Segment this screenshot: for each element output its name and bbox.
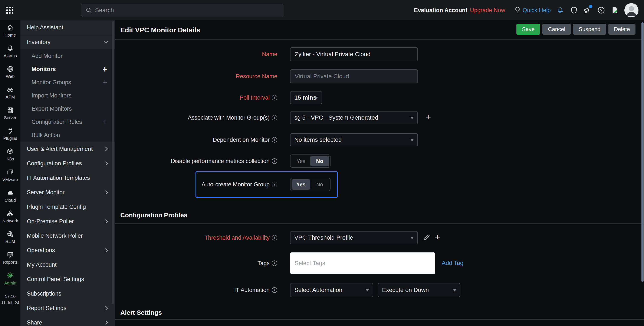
form-row-it-automation: IT Automation Select Automation Execute … bbox=[115, 283, 644, 297]
add-tag-link[interactable]: Add Tag bbox=[442, 260, 464, 266]
sidebar-item-my-account[interactable]: My Account bbox=[20, 258, 115, 272]
disable-metrics-label: Disable performance metrics collection bbox=[115, 154, 277, 168]
rail-clock: 17:10 11 Jul, 24 bbox=[0, 293, 20, 306]
sidebar-item-import-monitors[interactable]: Import Monitors bbox=[20, 89, 115, 102]
search-icon bbox=[86, 7, 92, 13]
toggle-no-option[interactable]: No bbox=[310, 179, 329, 190]
monitor-groups-select[interactable]: sg 5 - VPC - System Generated bbox=[290, 111, 418, 124]
announcements-megaphone-icon[interactable] bbox=[584, 6, 592, 14]
plus-icon[interactable]: + bbox=[102, 80, 107, 84]
chevron-right-icon bbox=[104, 190, 108, 195]
execute-on-dropdown[interactable]: Execute on Down bbox=[378, 283, 460, 297]
sidebar-item-monitor-groups[interactable]: Monitor Groups+ bbox=[20, 76, 115, 89]
resource-name-input[interactable] bbox=[290, 69, 418, 83]
reports-icon bbox=[6, 251, 14, 258]
toggle-no-option[interactable]: No bbox=[310, 156, 329, 166]
rail-item-cloud[interactable]: Cloud bbox=[0, 186, 20, 206]
rail-item-vmware[interactable]: VMware bbox=[0, 165, 20, 186]
threshold-select[interactable]: VPC Threshold Profile bbox=[290, 231, 418, 244]
plus-icon[interactable]: + bbox=[102, 120, 107, 124]
chevron-down-icon bbox=[104, 39, 108, 44]
toggle-yes-option[interactable]: Yes bbox=[292, 179, 310, 190]
disable-metrics-toggle[interactable]: Yes No bbox=[290, 154, 330, 168]
name-label: Name bbox=[115, 47, 277, 61]
rail-item-plugins[interactable]: Plugins bbox=[0, 124, 20, 144]
clock-date: 11 Jul, 24 bbox=[0, 300, 20, 306]
rail-item-home[interactable]: Home bbox=[0, 20, 20, 41]
rail-item-web[interactable]: Web bbox=[0, 62, 20, 82]
save-button[interactable]: Save bbox=[516, 24, 540, 35]
app-launcher-icon[interactable] bbox=[6, 6, 14, 14]
sidebar-item-server-monitor[interactable]: Server Monitor bbox=[20, 185, 115, 200]
lightbulb-icon bbox=[514, 6, 521, 14]
sidebar-item-export-monitors[interactable]: Export Monitors bbox=[20, 102, 115, 115]
notifications-bell-icon[interactable] bbox=[556, 6, 564, 14]
sidebar-item-control-panel-settings[interactable]: Control Panel Settings bbox=[20, 272, 115, 287]
upgrade-now-link[interactable]: Upgrade Now bbox=[470, 7, 505, 14]
select-automation-dropdown[interactable]: Select Automation bbox=[290, 283, 373, 297]
form-row-disable-metrics: Disable performance metrics collection Y… bbox=[115, 154, 644, 168]
search-box[interactable] bbox=[81, 3, 284, 17]
release-notes-icon[interactable] bbox=[611, 6, 619, 14]
suspend-button[interactable]: Suspend bbox=[573, 24, 606, 35]
section-divider bbox=[115, 223, 644, 224]
tags-input[interactable] bbox=[290, 252, 435, 274]
form-row-dependent-monitor: Dependent on Monitor No items selected bbox=[115, 133, 644, 146]
rail-item-rum[interactable]: RUM bbox=[0, 227, 20, 248]
cancel-button[interactable]: Cancel bbox=[542, 24, 571, 35]
form-row-threshold: Threshold and Availability VPC Threshold… bbox=[115, 231, 644, 244]
sidebar-item-on-premise-poller[interactable]: On-Premise Poller bbox=[20, 214, 115, 229]
quick-help-link[interactable]: Quick Help bbox=[514, 6, 551, 14]
rail-item-server[interactable]: Server bbox=[0, 103, 20, 124]
sidebar-item-configuration-rules[interactable]: Configuration Rules+ bbox=[20, 115, 115, 129]
sidebar-item-operations[interactable]: Operations bbox=[20, 243, 115, 258]
sidebar-item-share[interactable]: Share bbox=[20, 315, 115, 326]
notification-dot bbox=[589, 5, 592, 8]
auto-create-label: Auto-create Monitor Group bbox=[115, 178, 277, 191]
section-divider bbox=[115, 319, 644, 320]
page-scrollbar[interactable] bbox=[642, 22, 644, 282]
sidebar-item-monitors[interactable]: Monitors+ bbox=[20, 62, 115, 76]
monitor-groups-label: Associate with Monitor Group(s) bbox=[115, 111, 277, 124]
sidebar-item-it-automation-templates[interactable]: IT Automation Templates bbox=[20, 171, 115, 185]
name-input[interactable] bbox=[290, 47, 418, 61]
sidebar-item-configuration-profiles[interactable]: Configuration Profiles bbox=[20, 156, 115, 171]
toggle-yes-option[interactable]: Yes bbox=[292, 156, 310, 166]
configuration-profiles-section-title: Configuration Profiles bbox=[120, 212, 188, 219]
rail-item-reports[interactable]: Reports bbox=[0, 248, 20, 268]
add-monitor-group-button[interactable]: + bbox=[426, 113, 431, 121]
sidebar-item-plugin-template-config[interactable]: Plugin Template Config bbox=[20, 200, 115, 214]
plus-icon[interactable]: + bbox=[102, 67, 107, 71]
info-icon bbox=[272, 182, 277, 187]
rail-item-k8s[interactable]: K8s bbox=[0, 144, 20, 165]
sidebar-item-inventory[interactable]: Inventory bbox=[20, 35, 115, 49]
sidebar-item-mobile-network-poller[interactable]: Mobile Network Poller bbox=[20, 229, 115, 243]
chevron-right-icon bbox=[104, 306, 108, 310]
sidebar-item-subscriptions[interactable]: Subscriptions bbox=[20, 287, 115, 301]
dependent-monitor-select[interactable]: No items selected bbox=[290, 133, 418, 146]
sidebar-scrollbar[interactable] bbox=[112, 21, 114, 304]
sidebar-item-report-settings[interactable]: Report Settings bbox=[20, 301, 115, 315]
cloud-icon bbox=[6, 189, 14, 196]
delete-button[interactable]: Delete bbox=[608, 24, 636, 35]
help-question-icon[interactable]: ? bbox=[597, 6, 605, 14]
search-input[interactable] bbox=[95, 7, 279, 14]
sidebar-item-user-alert-management[interactable]: User & Alert Management bbox=[20, 142, 115, 156]
rail-item-apm[interactable]: APM bbox=[0, 82, 20, 103]
poll-interval-select[interactable]: 15 mins bbox=[290, 91, 322, 104]
edit-threshold-profile-button[interactable] bbox=[423, 234, 430, 241]
sidebar-item-add-monitor[interactable]: Add Monitor bbox=[20, 49, 115, 62]
auto-create-toggle[interactable]: Yes No bbox=[290, 178, 330, 191]
add-threshold-profile-button[interactable]: + bbox=[435, 233, 440, 241]
sidebar-item-help-assistant[interactable]: Help Assistant bbox=[20, 20, 115, 35]
security-shield-icon[interactable] bbox=[570, 6, 578, 14]
plus-icon: + bbox=[426, 113, 431, 121]
poll-interval-label: Poll Interval bbox=[115, 91, 277, 104]
form-row-tags: Tags Add Tag bbox=[115, 252, 644, 274]
rail-item-network[interactable]: Network bbox=[0, 206, 20, 227]
rail-item-alarms[interactable]: Alarms bbox=[0, 41, 20, 62]
user-avatar[interactable] bbox=[624, 3, 638, 17]
sidebar-item-bulk-action[interactable]: Bulk Action bbox=[20, 129, 115, 142]
rail-item-admin[interactable]: Admin bbox=[0, 268, 20, 289]
form-row-monitor-groups: Associate with Monitor Group(s) sg 5 - V… bbox=[115, 111, 644, 124]
